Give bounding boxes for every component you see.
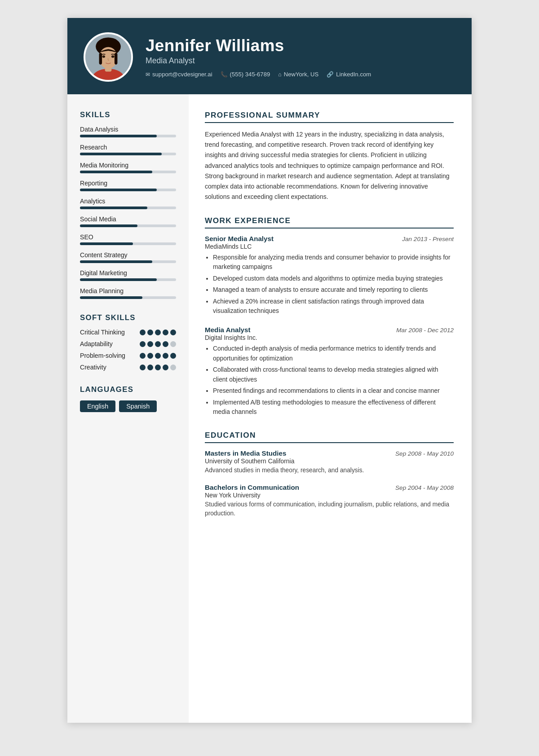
main-content: PROFESSIONAL SUMMARY Experienced Media A… <box>189 94 472 723</box>
skill-bar <box>80 224 176 227</box>
skills-section: SKILLS Data Analysis Research Media Moni… <box>80 110 176 299</box>
body: SKILLS Data Analysis Research Media Moni… <box>67 94 472 723</box>
education-item: Bachelors in Communication Sep 2004 - Ma… <box>205 483 454 519</box>
language-tag: Spanish <box>119 400 157 412</box>
skill-name: Digital Marketing <box>80 269 176 277</box>
education-list: Masters in Media Studies Sep 2008 - May … <box>205 449 454 519</box>
soft-skill-name: Adaptability <box>80 340 113 347</box>
contact-location: ⌂ NewYork, US <box>278 71 318 78</box>
location-text: NewYork, US <box>284 71 318 78</box>
edu-desc: Advanced studies in media theory, resear… <box>205 466 454 475</box>
skill-fill <box>80 296 142 299</box>
job-header: Senior Media Analyst Jan 2013 - Present <box>205 235 454 242</box>
dot <box>147 365 153 370</box>
skill-item: Reporting <box>80 180 176 191</box>
list-item: Managed a team of analysts to ensure acc… <box>213 285 454 295</box>
soft-skill-item: Adaptability <box>80 340 176 347</box>
edu-header: Masters in Media Studies Sep 2008 - May … <box>205 449 454 457</box>
header: Jennifer Williams Media Analyst ✉ suppor… <box>67 18 472 94</box>
dot <box>147 353 153 359</box>
skills-list: Data Analysis Research Media Monitoring … <box>80 126 176 299</box>
contact-linkedin: 🔗 LinkedIn.com <box>327 71 371 78</box>
phone-icon: 📞 <box>221 71 228 78</box>
education-section: EDUCATION Masters in Media Studies Sep 2… <box>205 431 454 519</box>
skill-name: Analytics <box>80 198 176 205</box>
skill-bar <box>80 153 176 155</box>
dot <box>155 365 161 370</box>
dot <box>170 330 176 335</box>
edu-desc: Studied various forms of communication, … <box>205 500 454 519</box>
edu-dates: Sep 2004 - May 2008 <box>395 484 454 491</box>
skill-name: Media Monitoring <box>80 162 176 169</box>
svg-rect-7 <box>99 53 102 65</box>
skill-item: Media Planning <box>80 287 176 299</box>
dot <box>155 341 161 347</box>
skill-name: SEO <box>80 233 176 241</box>
edu-degree: Bachelors in Communication <box>205 483 299 491</box>
skill-fill <box>80 135 157 137</box>
summary-section: PROFESSIONAL SUMMARY Experienced Media A… <box>205 110 454 202</box>
skill-fill <box>80 224 137 227</box>
skills-title: SKILLS <box>80 110 176 119</box>
soft-skill-item: Problem-solving <box>80 352 176 359</box>
dots <box>140 365 176 370</box>
phone-text: (555) 345-6789 <box>230 71 270 78</box>
education-item: Masters in Media Studies Sep 2008 - May … <box>205 449 454 475</box>
skill-bar <box>80 296 176 299</box>
job-company: MediaMinds LLC <box>205 243 454 250</box>
skill-name: Content Strategy <box>80 251 176 259</box>
list-item: Implemented A/B testing methodologies to… <box>213 398 454 417</box>
soft-skill-item: Critical Thinking <box>80 329 176 336</box>
skill-bar <box>80 135 176 137</box>
language-tags: EnglishSpanish <box>80 400 176 412</box>
soft-skills-section: SOFT SKILLS Critical ThinkingAdaptabilit… <box>80 313 176 371</box>
skill-bar <box>80 189 176 191</box>
edu-header: Bachelors in Communication Sep 2004 - Ma… <box>205 483 454 491</box>
dot <box>163 341 168 347</box>
job-title: Media Analyst <box>205 326 251 334</box>
sidebar: SKILLS Data Analysis Research Media Moni… <box>67 94 189 723</box>
svg-point-5 <box>102 55 105 58</box>
job-bullets: Conducted in-depth analysis of media per… <box>205 344 454 417</box>
dots <box>140 330 176 335</box>
contact-email: ✉ support@cvdesigner.ai <box>146 71 212 78</box>
jobs-list: Senior Media Analyst Jan 2013 - Present … <box>205 235 454 418</box>
skill-item: Digital Marketing <box>80 269 176 281</box>
candidate-name: Jennifer Williams <box>146 36 454 55</box>
skill-bar <box>80 207 176 209</box>
soft-skills-title: SOFT SKILLS <box>80 313 176 322</box>
soft-skill-name: Critical Thinking <box>80 329 125 336</box>
dot <box>163 365 168 370</box>
dot <box>140 330 146 335</box>
soft-skills-list: Critical ThinkingAdaptabilityProblem-sol… <box>80 329 176 371</box>
job-company: Digital Insights Inc. <box>205 334 454 341</box>
dot <box>163 330 168 335</box>
job-item: Senior Media Analyst Jan 2013 - Present … <box>205 235 454 316</box>
skill-item: Social Media <box>80 215 176 227</box>
skill-name: Data Analysis <box>80 126 176 133</box>
dot <box>140 353 146 359</box>
dot <box>170 365 176 370</box>
email-icon: ✉ <box>146 71 150 78</box>
skill-name: Reporting <box>80 180 176 187</box>
language-tag: English <box>80 400 115 412</box>
dot <box>155 330 161 335</box>
avatar <box>84 32 133 82</box>
list-item: Collaborated with cross-functional teams… <box>213 365 454 384</box>
list-item: Developed custom data models and algorit… <box>213 274 454 284</box>
dots <box>140 353 176 359</box>
contact-list: ✉ support@cvdesigner.ai 📞 (555) 345-6789… <box>146 71 454 78</box>
dot <box>170 353 176 359</box>
dot <box>163 353 168 359</box>
work-section: WORK EXPERIENCE Senior Media Analyst Jan… <box>205 216 454 418</box>
soft-skill-name: Problem-solving <box>80 352 125 359</box>
skill-name: Social Media <box>80 215 176 223</box>
dot <box>155 353 161 359</box>
skill-name: Media Planning <box>80 287 176 294</box>
skill-item: Research <box>80 144 176 155</box>
dot <box>170 341 176 347</box>
linkedin-icon: 🔗 <box>327 71 334 78</box>
resume-container: Jennifer Williams Media Analyst ✉ suppor… <box>67 18 472 723</box>
skill-bar <box>80 260 176 263</box>
dot <box>147 330 153 335</box>
